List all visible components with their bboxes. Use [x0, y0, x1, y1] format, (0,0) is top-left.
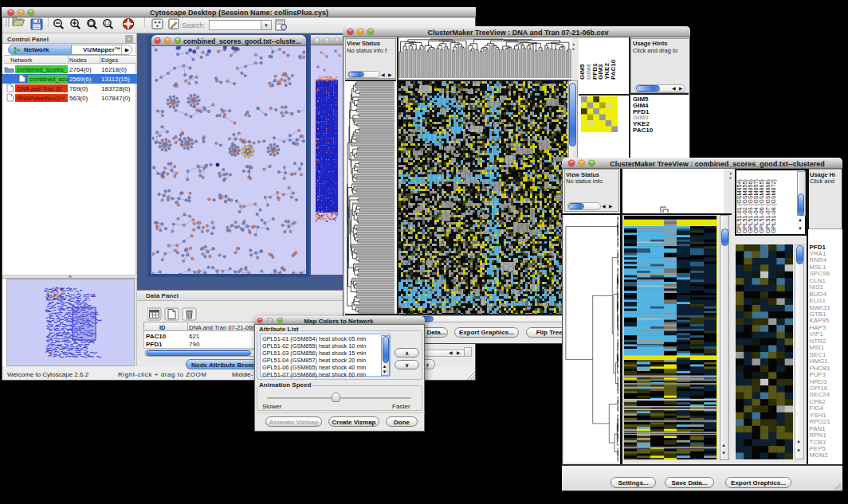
svg-text:PAC10: PAC10	[610, 59, 617, 80]
svg-text:1:1: 1:1	[104, 21, 110, 25]
svg-text:GPL51-08 (GSM872): GPL51-08 (GSM872)	[770, 179, 777, 233]
